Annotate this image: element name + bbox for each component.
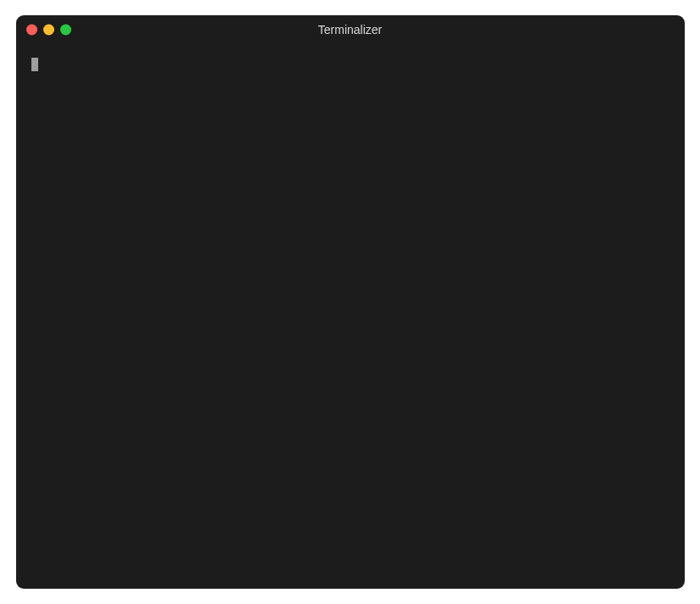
zoom-button[interactable]	[60, 25, 71, 36]
terminal-body[interactable]	[16, 44, 685, 589]
terminal-window: Terminalizer	[16, 15, 685, 589]
window-title: Terminalizer	[16, 23, 685, 36]
title-bar: Terminalizer	[16, 15, 685, 44]
minimize-button[interactable]	[43, 25, 54, 36]
close-button[interactable]	[26, 25, 37, 36]
cursor-icon	[31, 58, 38, 71]
window-controls	[26, 25, 71, 36]
